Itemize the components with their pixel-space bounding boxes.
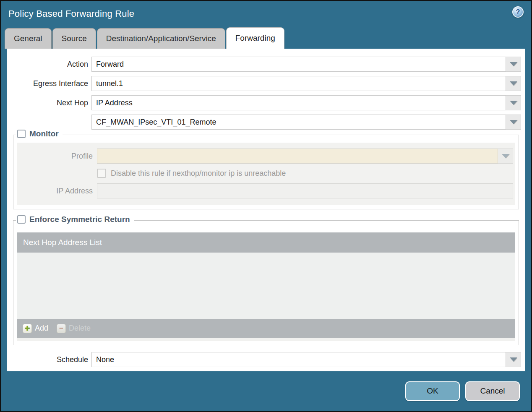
- disable-rule-row: Disable this rule if nexthop/monitor ip …: [97, 169, 513, 178]
- monitor-ip-address-label: IP Address: [17, 187, 93, 196]
- chevron-down-icon: [510, 357, 517, 362]
- profile-select[interactable]: [97, 149, 513, 164]
- chevron-down-icon: [510, 101, 517, 105]
- delete-icon: −: [57, 324, 66, 333]
- egress-interface-label: Egress Interface: [7, 79, 88, 88]
- next-hop-label: Next Hop: [7, 99, 88, 107]
- delete-button-label: Delete: [69, 324, 91, 333]
- help-icon[interactable]: ?: [512, 6, 524, 18]
- profile-dropdown-button[interactable]: [498, 149, 513, 164]
- next-hop-address-list-body[interactable]: [17, 253, 515, 319]
- next-hop-address-value[interactable]: CF_MWAN_IPsec_VTI_01_Remote: [91, 115, 506, 130]
- next-hop-address-list-panel: Next Hop Address List ✚ Add − Delete: [17, 232, 515, 341]
- tab-destination-application-service[interactable]: Destination/Application/Service: [97, 28, 225, 49]
- add-button[interactable]: ✚ Add: [23, 324, 48, 333]
- monitor-legend-label: Monitor: [29, 129, 59, 138]
- add-button-label: Add: [35, 324, 48, 333]
- next-hop-address-list-toolbar: ✚ Add − Delete: [17, 319, 515, 338]
- enforce-symmetric-return-checkbox[interactable]: [17, 215, 26, 224]
- disable-rule-label: Disable this rule if nexthop/monitor ip …: [111, 169, 286, 178]
- next-hop-address-row: CF_MWAN_IPsec_VTI_01_Remote: [7, 115, 525, 130]
- schedule-select[interactable]: None: [91, 352, 521, 367]
- disable-rule-checkbox[interactable]: [97, 169, 106, 178]
- tab-forwarding[interactable]: Forwarding: [226, 27, 284, 49]
- schedule-value[interactable]: None: [91, 352, 506, 367]
- policy-based-forwarding-dialog: Policy Based Forwarding Rule ? General S…: [0, 0, 532, 412]
- dialog-footer: OK Cancel: [1, 371, 531, 411]
- action-row: Action Forward: [7, 57, 525, 72]
- add-icon: ✚: [23, 324, 32, 333]
- next-hop-type-dropdown-button[interactable]: [506, 95, 521, 110]
- enforce-symmetric-return-legend: Enforce Symmetric Return: [16, 215, 134, 224]
- ok-button[interactable]: OK: [405, 381, 460, 401]
- profile-label: Profile: [17, 152, 93, 161]
- schedule-row: Schedule None: [7, 352, 525, 367]
- next-hop-type-select[interactable]: IP Address: [91, 95, 521, 110]
- egress-interface-row: Egress Interface tunnel.1: [7, 76, 525, 91]
- action-value[interactable]: Forward: [91, 57, 506, 72]
- chevron-down-icon: [510, 120, 517, 124]
- cancel-button[interactable]: Cancel: [465, 381, 520, 401]
- egress-interface-dropdown-button[interactable]: [506, 76, 521, 91]
- monitor-group: Monitor Profile Disable this rule if nex…: [13, 135, 519, 209]
- monitor-panel: Profile Disable this rule if nexthop/mon…: [17, 143, 515, 205]
- dialog-titlebar: Policy Based Forwarding Rule ?: [1, 1, 531, 28]
- monitor-checkbox[interactable]: [17, 130, 26, 138]
- action-label: Action: [7, 60, 88, 69]
- tab-bar: General Source Destination/Application/S…: [1, 28, 531, 49]
- forwarding-tab-panel: Action Forward Egress Interface tunnel.1…: [7, 49, 525, 371]
- enforce-symmetric-return-legend-label: Enforce Symmetric Return: [29, 215, 130, 224]
- monitor-legend: Monitor: [16, 129, 63, 138]
- schedule-label: Schedule: [7, 355, 88, 364]
- profile-row: Profile: [17, 149, 515, 164]
- next-hop-address-list-header: Next Hop Address List: [17, 232, 515, 253]
- enforce-symmetric-return-group: Enforce Symmetric Return Next Hop Addres…: [13, 220, 519, 345]
- delete-button[interactable]: − Delete: [57, 324, 91, 333]
- chevron-down-icon: [510, 62, 517, 66]
- egress-interface-select[interactable]: tunnel.1: [91, 76, 521, 91]
- next-hop-row: Next Hop IP Address: [7, 95, 525, 110]
- next-hop-address-dropdown-button[interactable]: [506, 115, 521, 130]
- next-hop-type-value[interactable]: IP Address: [91, 95, 506, 110]
- next-hop-address-select[interactable]: CF_MWAN_IPsec_VTI_01_Remote: [91, 115, 521, 130]
- chevron-down-icon: [510, 81, 517, 86]
- page-title: Policy Based Forwarding Rule: [1, 1, 531, 19]
- chevron-down-icon: [502, 154, 509, 158]
- monitor-ip-address-input[interactable]: [97, 183, 513, 198]
- tab-general[interactable]: General: [5, 28, 52, 49]
- monitor-ip-address-row: IP Address: [17, 183, 515, 198]
- schedule-dropdown-button[interactable]: [506, 352, 521, 367]
- action-select[interactable]: Forward: [91, 57, 521, 72]
- profile-value[interactable]: [97, 149, 498, 164]
- action-dropdown-button[interactable]: [506, 57, 521, 72]
- egress-interface-value[interactable]: tunnel.1: [91, 76, 506, 91]
- tab-source[interactable]: Source: [52, 28, 96, 49]
